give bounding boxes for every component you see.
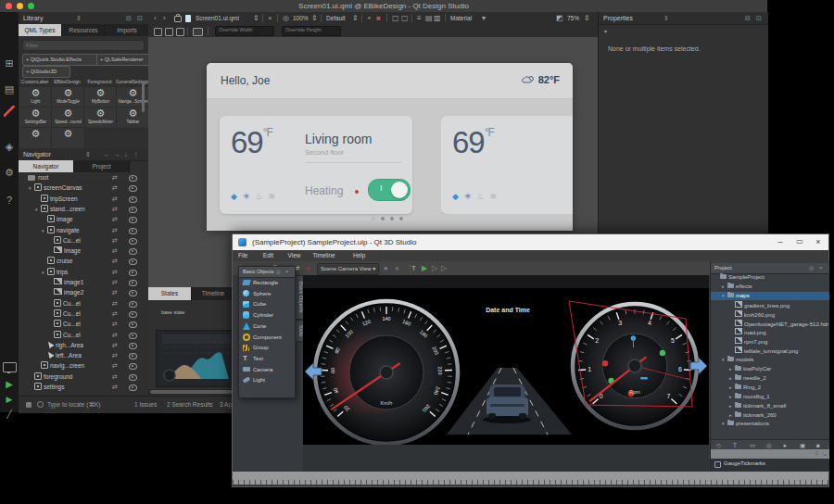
export-icon[interactable]: ⇄ [112, 204, 118, 214]
export-icon[interactable]: ⇄ [112, 287, 118, 297]
library-item[interactable]: ⚙ [19, 127, 53, 148]
navigator-item-trips[interactable]: ▾trips⇄ [19, 267, 148, 277]
line-tool-icon[interactable]: ╱ [2, 407, 17, 422]
column-view-icon[interactable]: ▥ [434, 12, 441, 25]
split-view-icon[interactable]: ▤ [425, 12, 433, 25]
pin-icon[interactable]: ◎ [276, 267, 281, 277]
visibility-eye-icon[interactable] [129, 258, 137, 265]
waves-icon[interactable]: ≋ [269, 192, 276, 201]
updown-icon[interactable]: ⇕ [253, 12, 259, 25]
project-item-OpenfootageNET-garage-512-hdr[interactable]: OpenfootageNET_garage-512.hdr [711, 320, 829, 329]
detach-panel-icon[interactable]: ⊡ [756, 12, 762, 24]
move-left-icon[interactable]: ← [104, 148, 110, 160]
fit-selected-icon[interactable]: × [384, 261, 388, 275]
navigator-item-image[interactable]: image⇄ [19, 214, 148, 224]
project-item-rpm7-png[interactable]: rpm7.png [711, 337, 829, 346]
export-icon[interactable]: ⇄ [112, 277, 118, 287]
basic-object-cone[interactable]: Cone [239, 321, 295, 332]
override-width-field[interactable]: Override Width [215, 26, 274, 36]
filter-icon[interactable]: ≡ [815, 450, 818, 456]
room-card-living-room[interactable]: 69°F Living room Second floor ◆✳♨≋ Heati… [220, 116, 412, 214]
tab-states[interactable]: States [148, 287, 192, 300]
lock-icon[interactable] [174, 16, 182, 22]
export-icon[interactable]: ⇄ [112, 267, 118, 277]
navigator-item-cruise[interactable]: cruise⇄ [19, 256, 148, 266]
menu-view[interactable]: View [288, 250, 301, 261]
visibility-eye-icon[interactable] [129, 270, 137, 276]
edit-mode-icon[interactable]: ▤ [2, 82, 17, 96]
export-icon[interactable]: ⇄ [112, 225, 118, 235]
align-right-icon[interactable] [176, 28, 184, 36]
navigator-item-foreground[interactable]: foreground⇄ [19, 372, 148, 382]
help-mode-icon[interactable]: ? [2, 193, 17, 208]
camera-view-select[interactable]: Scene Camera View ▾ [317, 263, 379, 275]
export-icon[interactable]: ⇄ [112, 382, 118, 392]
panel-updown-icon[interactable]: ⇕ [85, 148, 91, 160]
visibility-eye-icon[interactable] [129, 363, 137, 370]
properties-collapse-icon[interactable]: ▾ [604, 28, 607, 34]
page-dot-3[interactable] [390, 217, 394, 220]
export-icon[interactable]: ⇄ [112, 360, 118, 371]
open-document-select[interactable]: Screen01.ui.qml [196, 12, 239, 25]
navigator-item-Cu-el[interactable]: Cu...el⇄ [19, 235, 148, 246]
navigator-item-screenCanvas[interactable]: ▾screenCanvas⇄ [19, 183, 148, 193]
library-item-modetoggle[interactable]: ⚙ModeToggle [51, 86, 85, 108]
project-item-models[interactable]: ▾models [711, 356, 829, 365]
tab-imports[interactable]: Imports [106, 24, 149, 36]
navigator-item-stand-creen[interactable]: ▾stand...creen⇄ [19, 204, 148, 214]
canvas-zoom-select[interactable]: 75% [567, 12, 579, 25]
project-item-road-png[interactable]: road.png [711, 328, 829, 337]
visibility-eye-icon[interactable] [129, 207, 137, 213]
visibility-eye-icon[interactable] [129, 301, 137, 308]
close-document-icon[interactable]: × [268, 12, 272, 25]
move-up-icon[interactable]: ↑ [134, 148, 138, 160]
heating-toggle[interactable]: I [368, 179, 411, 201]
zoom-level-select[interactable]: 100% [293, 12, 309, 25]
export-icon[interactable]: ⇄ [112, 298, 118, 309]
navigator-item-left-Area[interactable]: left...Area⇄ [19, 350, 148, 360]
updown-icon[interactable]: ⇕ [352, 12, 359, 25]
library-item-speed-round[interactable]: ⚙Speed...round [51, 107, 85, 129]
visibility-eye-icon[interactable] [129, 217, 137, 223]
project-item-tickmark-260[interactable]: ▸tickmark_260 [711, 411, 829, 421]
visibility-eye-icon[interactable] [129, 311, 137, 318]
navigator-item-tripScreen[interactable]: tripScreen⇄ [19, 194, 148, 204]
basic-object-text[interactable]: TText [239, 353, 295, 364]
import-button-qt.saferenderer[interactable]: + Qt.SafeRenderer [96, 54, 152, 66]
page-dot-2[interactable] [381, 217, 385, 220]
fan-icon[interactable]: ✳ [243, 192, 250, 201]
projects-mode-icon[interactable]: ⚙ [2, 165, 17, 180]
page-dot-1[interactable] [372, 217, 375, 220]
menu-edit[interactable]: Edit [263, 250, 273, 261]
basic-object-group[interactable]: Group [239, 342, 295, 353]
project-item-roundbg-1[interactable]: ▸roundbg_1 [711, 393, 829, 402]
kit-select[interactable]: Default [326, 12, 346, 25]
navigator-item-image1[interactable]: image1⇄ [19, 277, 148, 287]
back-icon[interactable]: ‹ [154, 12, 157, 25]
panel-updown-icon[interactable]: ⇕ [663, 12, 669, 24]
move-down-icon[interactable]: ↓ [124, 148, 128, 160]
project-item-tickmark-8-small[interactable]: ▸tickmark_8_small [711, 402, 829, 411]
navigator-item-Cu-el[interactable]: Cu...el⇄ [19, 309, 148, 319]
vapor-icon[interactable]: ♨ [255, 192, 262, 201]
timeline-ruler[interactable] [233, 472, 828, 485]
visibility-eye-icon[interactable] [129, 321, 137, 328]
humidity-icon[interactable]: ◆ [452, 192, 459, 201]
kit-selector-icon[interactable] [3, 362, 17, 372]
export-icon[interactable]: ⇄ [112, 350, 118, 360]
library-item-mybutton[interactable]: ⚙MyButton [83, 86, 118, 108]
library-scrollbar[interactable] [142, 81, 145, 112]
basic-object-sphere[interactable]: Sphere [239, 288, 295, 299]
minimize-button[interactable]: – [771, 234, 790, 249]
visibility-eye-icon[interactable] [129, 374, 137, 381]
export-icon[interactable]: ⇄ [112, 194, 118, 204]
zoom-icon[interactable]: ◎ [283, 12, 289, 25]
pin-icon[interactable]: ◎ [809, 263, 814, 273]
output-pane-issues[interactable]: 1 Issues [134, 401, 157, 408]
project-item-maps[interactable]: ▾maps [711, 292, 829, 301]
project-item-gradient-lines-png[interactable]: gradient_lines.png [711, 301, 829, 310]
run-button[interactable]: ▶ [2, 377, 17, 392]
navigator-item-image2[interactable]: image2⇄ [19, 287, 148, 297]
debug-mode-icon[interactable]: ◈ [2, 139, 17, 154]
page-dot-4[interactable] [399, 217, 403, 220]
